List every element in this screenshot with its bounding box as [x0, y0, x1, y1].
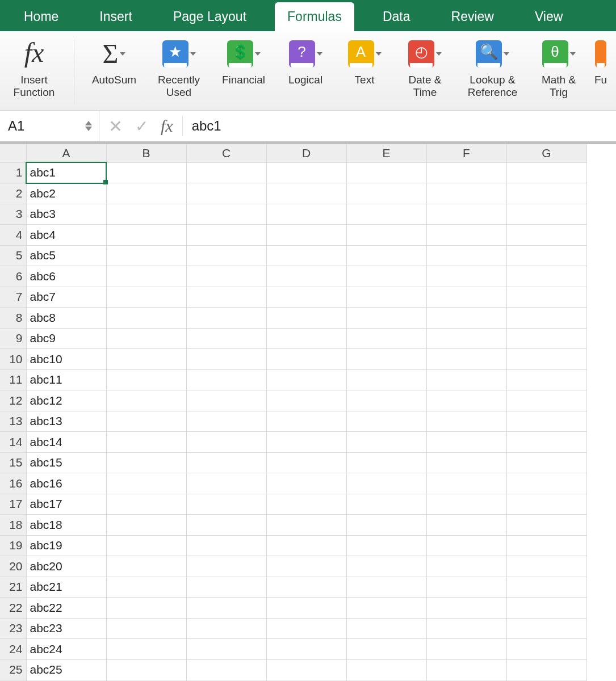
- row-header-7[interactable]: 7: [0, 287, 26, 308]
- row-header-19[interactable]: 19: [0, 535, 26, 556]
- cell-C19[interactable]: [186, 535, 266, 556]
- cell-C9[interactable]: [186, 328, 266, 349]
- cell-C24[interactable]: [186, 639, 266, 660]
- cell-F16[interactable]: [426, 473, 506, 494]
- row-header-22[interactable]: 22: [0, 598, 26, 619]
- cell-F17[interactable]: [426, 494, 506, 515]
- fx-small-icon[interactable]: fx: [161, 116, 173, 136]
- row-header-20[interactable]: 20: [0, 556, 26, 577]
- cell-F4[interactable]: [426, 225, 506, 246]
- row-header-8[interactable]: 8: [0, 308, 26, 329]
- row-header-6[interactable]: 6: [0, 266, 26, 287]
- column-header-F[interactable]: F: [426, 144, 506, 162]
- cell-B3[interactable]: [106, 204, 186, 225]
- row-header-9[interactable]: 9: [0, 328, 26, 349]
- cell-A4[interactable]: abc4: [26, 225, 106, 246]
- cell-G14[interactable]: [506, 432, 586, 453]
- cell-D24[interactable]: [266, 639, 346, 660]
- cell-A21[interactable]: abc21: [26, 577, 106, 598]
- insert-function-button[interactable]: fx Insert Function: [6, 36, 62, 108]
- cell-C4[interactable]: [186, 225, 266, 246]
- row-header-21[interactable]: 21: [0, 577, 26, 598]
- tab-formulas[interactable]: Formulas: [275, 2, 354, 31]
- spreadsheet-grid[interactable]: ABCDEFG 1abc12abc23abc34abc45abc56abc67a…: [0, 142, 616, 681]
- cell-B15[interactable]: [106, 452, 186, 473]
- row-header-3[interactable]: 3: [0, 204, 26, 225]
- cell-E21[interactable]: [346, 577, 426, 598]
- name-box[interactable]: A1: [0, 111, 99, 141]
- cell-G13[interactable]: [506, 411, 586, 432]
- cell-G5[interactable]: [506, 245, 586, 266]
- cell-D14[interactable]: [266, 432, 346, 453]
- row-header-25[interactable]: 25: [0, 659, 26, 680]
- cell-B12[interactable]: [106, 390, 186, 411]
- row-header-16[interactable]: 16: [0, 473, 26, 494]
- cell-E22[interactable]: [346, 598, 426, 619]
- cell-A16[interactable]: abc16: [26, 473, 106, 494]
- dropdown-icon[interactable]: [570, 52, 576, 56]
- dropdown-icon[interactable]: [317, 52, 322, 56]
- dropdown-icon[interactable]: [255, 52, 261, 56]
- cell-G20[interactable]: [506, 556, 586, 577]
- cell-F11[interactable]: [426, 369, 506, 390]
- tab-home[interactable]: Home: [11, 2, 71, 31]
- cell-E1[interactable]: [346, 162, 426, 183]
- cell-F18[interactable]: [426, 515, 506, 536]
- cell-C16[interactable]: [186, 473, 266, 494]
- tab-insert[interactable]: Insert: [87, 2, 145, 31]
- column-header-E[interactable]: E: [346, 144, 426, 162]
- cell-F22[interactable]: [426, 598, 506, 619]
- cell-D5[interactable]: [266, 245, 346, 266]
- cell-A6[interactable]: abc6: [26, 266, 106, 287]
- cell-F14[interactable]: [426, 432, 506, 453]
- row-header-15[interactable]: 15: [0, 452, 26, 473]
- cell-G8[interactable]: [506, 308, 586, 329]
- cell-G7[interactable]: [506, 287, 586, 308]
- cell-B13[interactable]: [106, 411, 186, 432]
- dropdown-icon[interactable]: [504, 52, 509, 56]
- cell-D9[interactable]: [266, 328, 346, 349]
- cell-B25[interactable]: [106, 659, 186, 680]
- cell-E10[interactable]: [346, 349, 426, 370]
- cell-E25[interactable]: [346, 659, 426, 680]
- cell-C13[interactable]: [186, 411, 266, 432]
- cell-D20[interactable]: [266, 556, 346, 577]
- cell-B16[interactable]: [106, 473, 186, 494]
- cell-A2[interactable]: abc2: [26, 183, 106, 204]
- cell-F5[interactable]: [426, 245, 506, 266]
- cell-C5[interactable]: [186, 245, 266, 266]
- cell-D11[interactable]: [266, 369, 346, 390]
- cell-C14[interactable]: [186, 432, 266, 453]
- cell-A10[interactable]: abc10: [26, 349, 106, 370]
- cell-C22[interactable]: [186, 598, 266, 619]
- cell-E11[interactable]: [346, 369, 426, 390]
- row-header-5[interactable]: 5: [0, 245, 26, 266]
- cell-D15[interactable]: [266, 452, 346, 473]
- cell-D1[interactable]: [266, 162, 346, 183]
- cell-G21[interactable]: [506, 577, 586, 598]
- cell-A20[interactable]: abc20: [26, 556, 106, 577]
- cell-A14[interactable]: abc14: [26, 432, 106, 453]
- cell-A7[interactable]: abc7: [26, 287, 106, 308]
- cell-E17[interactable]: [346, 494, 426, 515]
- cell-D7[interactable]: [266, 287, 346, 308]
- cell-C10[interactable]: [186, 349, 266, 370]
- cell-G10[interactable]: [506, 349, 586, 370]
- lookup-reference-button[interactable]: 🔍 Lookup & Reference: [460, 36, 525, 108]
- financial-button[interactable]: 💲 Financial: [215, 36, 272, 108]
- cell-G19[interactable]: [506, 535, 586, 556]
- cell-E14[interactable]: [346, 432, 426, 453]
- cell-E2[interactable]: [346, 183, 426, 204]
- row-header-2[interactable]: 2: [0, 183, 26, 204]
- cell-E7[interactable]: [346, 287, 426, 308]
- cell-B24[interactable]: [106, 639, 186, 660]
- cell-F21[interactable]: [426, 577, 506, 598]
- cell-E3[interactable]: [346, 204, 426, 225]
- dropdown-icon[interactable]: [120, 52, 125, 56]
- cell-D6[interactable]: [266, 266, 346, 287]
- cell-E24[interactable]: [346, 639, 426, 660]
- cell-F2[interactable]: [426, 183, 506, 204]
- date-time-button[interactable]: ◴ Date & Time: [398, 36, 452, 108]
- row-header-24[interactable]: 24: [0, 639, 26, 660]
- cell-B5[interactable]: [106, 245, 186, 266]
